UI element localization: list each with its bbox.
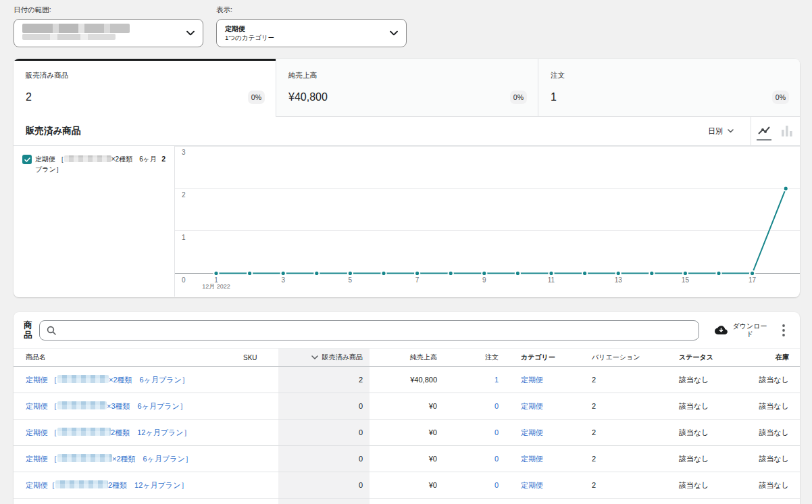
granularity-value: 日別: [708, 126, 723, 136]
cell-stock: 該当なし: [753, 393, 800, 420]
product-name-suffix: 2種類 12ヶ月プラン］: [111, 428, 191, 436]
table-toolbar: 商品 ダウンロード: [14, 312, 800, 348]
cell-category: 定期便: [505, 446, 585, 472]
cell-orders-link[interactable]: 0: [494, 402, 499, 410]
column-header-product-name[interactable]: 商品名: [14, 349, 243, 367]
product-name-prefix: 定期便［: [26, 481, 55, 489]
date-range-select[interactable]: [14, 19, 203, 47]
legend-name-suffix: ×2種類 6ヶ月: [111, 155, 157, 163]
cell-orders: 1: [444, 367, 505, 393]
product-link[interactable]: 定期便［2種類 12ヶ月プラン］: [26, 481, 188, 489]
y-axis-tick-label: 3: [182, 149, 186, 156]
column-header-status[interactable]: ステータス: [672, 349, 753, 367]
cell-orders-link[interactable]: 0: [494, 428, 499, 436]
cell-sku: [243, 420, 278, 446]
date-range-redacted-value: [22, 24, 130, 40]
cell-orders: 0: [444, 420, 505, 446]
cell-status: 該当なし: [672, 367, 753, 393]
cell-net-sales: ¥0: [370, 446, 444, 472]
product-link[interactable]: 定期便 ［×3種類 6ヶ月プラン］: [26, 402, 187, 410]
view-select[interactable]: 定期便 1つのカテゴリー: [216, 19, 407, 47]
chevron-down-icon: [186, 31, 195, 36]
more-options-button[interactable]: [780, 322, 788, 339]
line-chart-icon: [757, 126, 771, 136]
kebab-menu-icon: [782, 324, 785, 336]
product-link[interactable]: 定期便 ［×2種類 6ヶ月プラン］: [26, 376, 189, 384]
column-header-orders[interactable]: 注文: [444, 349, 505, 367]
product-name-suffix: 2種類 12ヶ月プラン］: [108, 481, 188, 489]
cell-orders-link[interactable]: 1: [494, 376, 499, 384]
cell-category-link[interactable]: 定期便: [521, 455, 543, 463]
legend-series-name: 定期便 ［×2種類 6ヶ月プラン］: [35, 154, 166, 174]
cell-variations: 2: [585, 446, 672, 472]
metric-label: 純売上高: [288, 71, 527, 80]
redacted-text: [57, 454, 112, 462]
products-table: 商品名 SKU 販売済み商品 純売上高 注文 カテゴリー バリエーション ステー…: [14, 348, 800, 499]
bar-chart-icon: [782, 126, 792, 136]
checkbox-checked-icon[interactable]: [22, 155, 32, 164]
search-icon: [47, 326, 56, 335]
table-row: 定期便 ［×2種類 6ヶ月プラン］2¥40,8001定期便2該当なし該当なし: [14, 367, 800, 393]
line-chart-toggle[interactable]: [757, 117, 771, 145]
download-button[interactable]: ダウンロード: [715, 322, 767, 338]
product-name-prefix: 定期便 ［: [26, 402, 57, 410]
products-table-card: 商品 ダウンロード: [14, 312, 800, 504]
chart-point: [282, 272, 285, 275]
metric-tab-orders[interactable]: 注文 1 0%: [538, 59, 800, 117]
cell-status: 該当なし: [672, 393, 753, 420]
chart-title: 販売済み商品: [26, 125, 80, 137]
cell-orders-link[interactable]: 0: [494, 455, 499, 463]
product-link[interactable]: 定期便 ［2種類 12ヶ月プラン］: [26, 428, 191, 436]
granularity-select[interactable]: 日別: [708, 126, 751, 136]
chart-point: [315, 272, 318, 275]
product-link[interactable]: 定期便 ［×2種類 6ヶ月プラン］: [26, 455, 193, 463]
x-axis-tick-label: 3: [281, 276, 285, 284]
x-axis-tick-label: 9: [482, 276, 486, 284]
x-axis-tick-label: 17: [748, 276, 757, 284]
chart-point: [214, 272, 218, 275]
column-header-label: 販売済み商品: [322, 353, 363, 362]
cell-product-name: 定期便 ［×2種類 6ヶ月プラン］: [14, 367, 243, 393]
column-header-variations[interactable]: バリエーション: [585, 349, 672, 367]
column-header-category[interactable]: カテゴリー: [505, 349, 585, 367]
partially-visible-row: [14, 499, 800, 504]
table-row: 定期便［2種類 12ヶ月プラン］0¥00定期便2該当なし該当なし: [14, 472, 800, 499]
cell-net-sales: ¥0: [370, 393, 444, 420]
bar-chart-toggle[interactable]: [780, 117, 794, 145]
chart-point: [482, 272, 486, 275]
chevron-down-icon: [728, 129, 734, 133]
cell-products-sold: 0: [278, 472, 370, 499]
product-name-suffix: ×2種類 6ヶ月プラン］: [109, 376, 189, 384]
search-input[interactable]: [39, 320, 699, 341]
cell-products-sold: 0: [278, 420, 370, 446]
product-name-prefix: 定期便 ［: [26, 428, 57, 436]
report-card: 販売済み商品 2 0% 純売上高 ¥40,800 0% 注文 1 0%: [14, 59, 800, 297]
chart-point: [784, 187, 788, 191]
legend-item[interactable]: 定期便 ［×2種類 6ヶ月プラン］ 2: [22, 154, 166, 174]
chart-point: [516, 272, 519, 275]
chart-point: [650, 272, 653, 275]
cell-sku: [243, 367, 278, 393]
cell-orders-link[interactable]: 0: [494, 481, 499, 489]
cell-category-link[interactable]: 定期便: [521, 428, 543, 436]
cell-status: 該当なし: [672, 446, 753, 472]
column-header-products-sold[interactable]: 販売済み商品: [278, 349, 370, 367]
column-header-stock[interactable]: 在庫: [753, 349, 800, 367]
cell-category-link[interactable]: 定期便: [521, 376, 543, 384]
legend-name-line1: 定期便 ［×2種類 6ヶ月: [35, 155, 157, 163]
product-name-suffix: ×3種類 6ヶ月プラン］: [107, 402, 187, 410]
column-header-sku[interactable]: SKU: [243, 349, 278, 367]
chart-point: [549, 272, 553, 275]
cell-category-link[interactable]: 定期便: [521, 402, 543, 410]
redacted-text: [22, 34, 116, 40]
metric-value: ¥40,800: [288, 91, 328, 104]
column-header-net-sales[interactable]: 純売上高: [370, 349, 444, 367]
metric-tab-products-sold[interactable]: 販売済み商品 2 0%: [14, 59, 276, 117]
y-axis-tick-label: 0: [182, 276, 186, 284]
table-row: 定期便 ［2種類 12ヶ月プラン］0¥00定期便2該当なし該当なし: [14, 420, 800, 446]
table-header-row: 商品名 SKU 販売済み商品 純売上高 注文 カテゴリー バリエーション ステー…: [14, 349, 800, 367]
metric-tab-net-sales[interactable]: 純売上高 ¥40,800 0%: [276, 59, 538, 117]
chart-point: [617, 272, 620, 275]
legend-series-total: 2: [159, 155, 166, 163]
cell-category-link[interactable]: 定期便: [521, 481, 543, 489]
